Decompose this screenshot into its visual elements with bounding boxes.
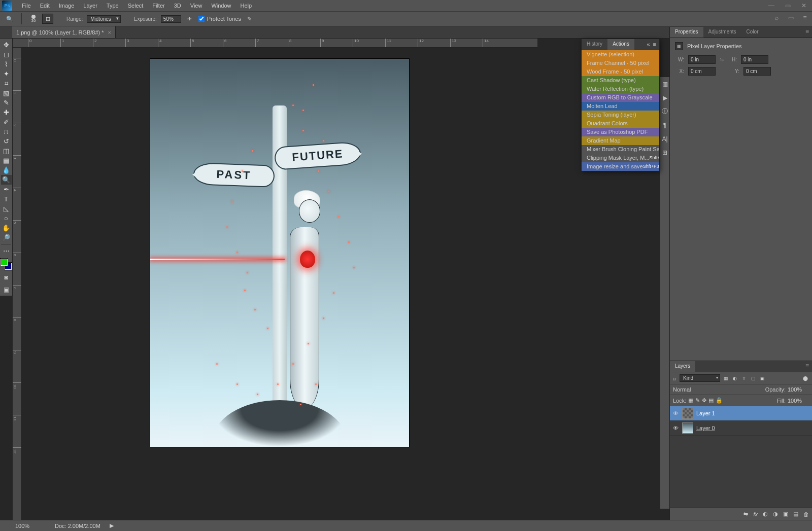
- pen-tool[interactable]: ✒: [1, 185, 12, 194]
- action-item[interactable]: Save as Photoshop PDF: [582, 128, 659, 136]
- action-item[interactable]: Sepia Toning (layer): [582, 111, 659, 119]
- layer-name[interactable]: Layer 1: [696, 410, 810, 416]
- color-swatches[interactable]: [1, 259, 12, 270]
- adjustment-icon[interactable]: ◑: [773, 511, 778, 517]
- exposure-input[interactable]: 50%: [161, 15, 181, 23]
- tab-properties[interactable]: Properties: [670, 27, 703, 38]
- layer-thumbnail[interactable]: [682, 422, 693, 434]
- menu-image[interactable]: Image: [54, 0, 79, 11]
- eraser-tool[interactable]: ◫: [1, 146, 12, 156]
- stamp-tool[interactable]: ⎍: [1, 127, 12, 136]
- visibility-icon[interactable]: 👁: [672, 410, 679, 416]
- marquee-tool[interactable]: ◻: [1, 50, 12, 59]
- fx-icon[interactable]: fx: [753, 511, 758, 517]
- histogram-icon[interactable]: ▥: [661, 80, 669, 88]
- action-item[interactable]: Image resize and saveShft+F3: [582, 162, 659, 171]
- foreground-color[interactable]: [1, 259, 8, 266]
- panel-menu-icon[interactable]: ≡: [653, 41, 656, 48]
- mask-icon[interactable]: ◐: [763, 511, 768, 517]
- document-tab[interactable]: 1.png @ 100% (Layer 1, RGB/8#) * ×: [12, 26, 116, 38]
- close-tab-icon[interactable]: ×: [108, 29, 111, 36]
- action-item[interactable]: Gradient Map: [582, 136, 659, 145]
- x-input[interactable]: 0 cm: [688, 67, 716, 76]
- action-item[interactable]: Mixer Brush Cloning Paint Setup: [582, 145, 659, 154]
- path-tool[interactable]: ◺: [1, 204, 12, 214]
- lock-all-icon[interactable]: 🔒: [716, 397, 723, 404]
- pressure-icon[interactable]: ✎: [245, 14, 254, 23]
- filter-toggle[interactable]: ⬤: [802, 375, 809, 382]
- visibility-icon[interactable]: 👁: [672, 425, 679, 431]
- panel-menu-icon[interactable]: ≡: [802, 361, 812, 372]
- tab-actions[interactable]: Actions: [607, 39, 634, 50]
- y-input[interactable]: 0 cm: [743, 67, 771, 76]
- width-input[interactable]: 0 in: [688, 55, 716, 64]
- airbrush-icon[interactable]: ✈: [185, 14, 194, 23]
- menu-layer[interactable]: Layer: [79, 0, 102, 11]
- layer-filter-dropdown[interactable]: Kind: [680, 374, 720, 382]
- panel-menu-icon[interactable]: ≡: [802, 27, 812, 38]
- shape-tool[interactable]: ○: [1, 214, 12, 223]
- lock-nest-icon[interactable]: ▤: [708, 397, 714, 404]
- frame-tool[interactable]: ▧: [1, 88, 12, 98]
- action-item[interactable]: Cast Shadow (type): [582, 76, 659, 85]
- tab-layers[interactable]: Layers: [670, 361, 695, 372]
- actions-panel[interactable]: History Actions «≡ Vignette (selection)F…: [581, 39, 660, 171]
- layer-thumbnail[interactable]: [682, 408, 693, 419]
- search-icon[interactable]: ⌕: [772, 14, 781, 22]
- gradient-tool[interactable]: ▤: [1, 156, 12, 165]
- menu-filter[interactable]: Filter: [148, 0, 169, 11]
- action-item[interactable]: Molten Lead: [582, 102, 659, 111]
- lock-pos-icon[interactable]: ✥: [702, 397, 706, 404]
- canvas-viewport[interactable]: FUTURE PAST: [22, 48, 537, 520]
- action-item[interactable]: Vignette (selection): [582, 50, 659, 59]
- filter-shape-icon[interactable]: ▢: [750, 375, 757, 382]
- crop-tool[interactable]: ⌗: [1, 79, 12, 88]
- filter-pixel-icon[interactable]: ▦: [722, 375, 729, 382]
- action-item[interactable]: Quadrant Colors: [582, 119, 659, 128]
- move-tool[interactable]: ✥: [1, 40, 12, 50]
- history-brush[interactable]: ↺: [1, 136, 12, 146]
- eyedropper-tool[interactable]: ✎: [1, 98, 12, 108]
- type-tool[interactable]: T: [1, 194, 12, 204]
- character-icon[interactable]: A|: [661, 135, 669, 143]
- protect-tones-check[interactable]: Protect Tones: [198, 16, 241, 22]
- zoom-level[interactable]: 100%: [15, 523, 46, 529]
- brush-preset[interactable]: 36: [29, 14, 38, 23]
- menu-select[interactable]: Select: [123, 0, 148, 11]
- lock-paint-icon[interactable]: ✎: [695, 397, 700, 404]
- quickmask-icon[interactable]: ◙: [2, 273, 11, 282]
- action-item[interactable]: Water Reflection (type): [582, 85, 659, 93]
- lasso-tool[interactable]: ⌇: [1, 59, 12, 69]
- close-button[interactable]: ✕: [796, 0, 812, 11]
- panel-collapse-icon[interactable]: «: [647, 41, 650, 48]
- screenmode-icon[interactable]: ▣: [2, 285, 11, 294]
- blend-mode-dropdown[interactable]: Normal: [673, 386, 720, 393]
- height-input[interactable]: 0 in: [741, 55, 768, 64]
- action-item[interactable]: Wood Frame - 50 pixel: [582, 67, 659, 76]
- brush-tool[interactable]: ✐: [1, 117, 12, 127]
- active-tool-icon[interactable]: 🔍: [5, 14, 14, 23]
- edit-toolbar-icon[interactable]: ⋯: [1, 246, 12, 256]
- link-icon[interactable]: ⇋: [720, 57, 724, 62]
- range-dropdown[interactable]: Midtones: [87, 15, 121, 23]
- lock-trans-icon[interactable]: ▦: [688, 397, 693, 404]
- new-layer-icon[interactable]: ▤: [793, 511, 798, 517]
- menu-edit[interactable]: Edit: [36, 0, 54, 11]
- menu-help[interactable]: Help: [236, 0, 257, 11]
- layer-name[interactable]: Layer 0: [696, 425, 810, 431]
- opacity-input[interactable]: 100%: [788, 386, 809, 393]
- magicwand-tool[interactable]: ✦: [1, 69, 12, 79]
- fill-input[interactable]: 100%: [788, 398, 809, 404]
- filter-smart-icon[interactable]: ▣: [759, 375, 766, 382]
- share-icon[interactable]: ≡: [801, 14, 809, 22]
- filter-adj-icon[interactable]: ◐: [731, 375, 738, 382]
- blur-tool[interactable]: 💧: [1, 165, 12, 175]
- filter-type-icon[interactable]: T: [740, 375, 748, 382]
- menu-window[interactable]: Window: [207, 0, 235, 11]
- status-arrow-icon[interactable]: ▶: [110, 522, 114, 529]
- healing-tool[interactable]: ✚: [1, 108, 12, 117]
- tab-adjustments[interactable]: Adjustments: [703, 27, 741, 38]
- tab-history[interactable]: History: [582, 39, 607, 50]
- paragraph-icon[interactable]: ¶: [661, 121, 669, 129]
- play-icon[interactable]: ▶: [661, 94, 669, 101]
